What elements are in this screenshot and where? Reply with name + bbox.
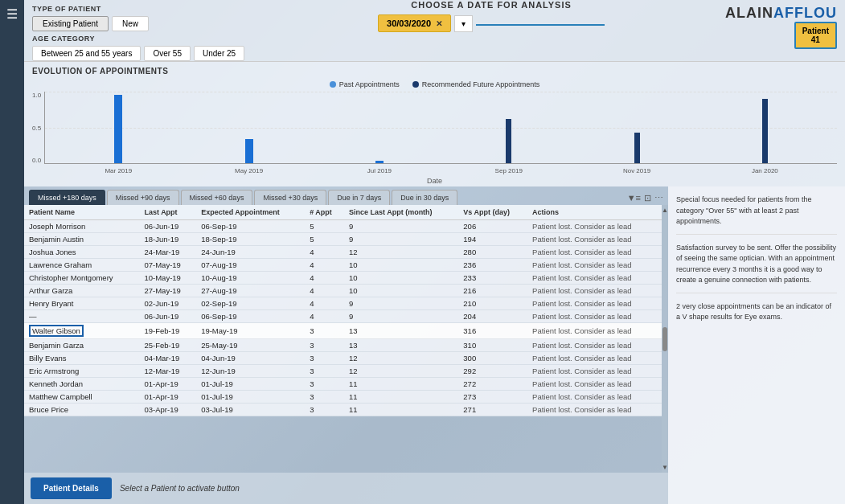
cell-value: 25-Feb-19	[139, 339, 196, 352]
cell-value: 24-Mar-19	[139, 246, 196, 259]
dropdown-arrow-icon: ▾	[461, 19, 466, 28]
cell-value: 3	[305, 378, 344, 391]
cell-value: Patient lost. Consider as lead	[527, 297, 662, 310]
cell-value: Patient lost. Consider as lead	[527, 323, 662, 339]
patient-details-row: Patient Details Select a Patient to acti…	[24, 473, 668, 504]
cell-value: 10-May-19	[139, 272, 196, 285]
cell-value: 236	[458, 259, 527, 272]
legend-recommended-label: Recommended Future Appointments	[422, 80, 540, 88]
table-row[interactable]: Lawrence Graham07-May-1907-Aug-19410236P…	[24, 259, 662, 272]
tab-missed-30[interactable]: Missed +30 days	[254, 190, 326, 205]
cell-value: 06-Jun-19	[139, 220, 196, 233]
cell-value: Patient lost. Consider as lead	[527, 233, 662, 246]
tab-due-7[interactable]: Due in 7 days	[328, 190, 390, 205]
filter-icon[interactable]: ▼≡	[627, 193, 641, 203]
scroll-down-arrow[interactable]: ▼	[662, 464, 668, 471]
age-category-section: AGE CATEGORY Between 25 and 55 years Ove…	[32, 35, 244, 61]
existing-patient-button[interactable]: Existing Patient	[32, 16, 109, 31]
logo: ALAIN AFFLOU	[725, 5, 837, 22]
date-close-icon[interactable]: ✕	[436, 19, 442, 28]
table-row[interactable]: Matthew Campbell01-Apr-1901-Jul-19311273…	[24, 391, 662, 404]
table-row[interactable]: Billy Evans04-Mar-1904-Jun-19312300Patie…	[24, 352, 662, 365]
cell-value: Patient lost. Consider as lead	[527, 246, 662, 259]
scroll-bar[interactable]: ▲ ▼	[662, 205, 668, 473]
cell-value: Patient lost. Consider as lead	[527, 259, 662, 272]
new-patient-button[interactable]: New	[112, 16, 149, 31]
table-header-row: Patient Name Last Appt Expected Appointm…	[24, 205, 662, 220]
scroll-up-arrow[interactable]: ▲	[662, 207, 668, 214]
cell-value: 3	[305, 391, 344, 404]
table-wrapper[interactable]: Patient Name Last Appt Expected Appointm…	[24, 205, 662, 473]
cell-value: 273	[458, 391, 527, 404]
cell-patient-name: —	[24, 310, 139, 323]
table-row[interactable]: Benjamin Austin18-Jun-1918-Sep-1959194Pa…	[24, 233, 662, 246]
more-icon[interactable]: ⋯	[654, 193, 663, 203]
cell-value: 27-May-19	[139, 285, 196, 297]
table-row[interactable]: Joseph Morrison06-Jun-1906-Sep-1959206Pa…	[24, 220, 662, 233]
type-of-patient-label: TYPE OF PATIENT	[32, 5, 244, 13]
date-section: CHOOSE A DATE FOR ANALYSIS 30/03/2020 ✕ …	[257, 0, 725, 32]
table-row[interactable]: Bruce Price03-Apr-1903-Jul-19311271Patie…	[24, 404, 662, 416]
tab-missed-90[interactable]: Missed +90 days	[107, 190, 179, 205]
bar-label-sep: Sep 2019	[495, 167, 523, 174]
cell-value: 12-Mar-19	[139, 365, 196, 378]
date-dropdown[interactable]: ▾	[454, 15, 473, 32]
cell-value: 13	[344, 339, 458, 352]
logo-alain-text: ALAIN	[725, 5, 773, 22]
bar-sep-dark	[506, 119, 511, 163]
table-scroll-container: Patient Name Last Appt Expected Appointm…	[24, 205, 668, 473]
age-btn-25-55[interactable]: Between 25 and 55 years	[32, 46, 141, 61]
age-btn-under25[interactable]: Under 25	[194, 46, 244, 61]
expand-icon[interactable]: ⊡	[644, 193, 651, 203]
table-row[interactable]: Benjamin Garza25-Feb-1925-May-19313310Pa…	[24, 339, 662, 352]
table-row[interactable]: Joshua Jones24-Mar-1924-Jun-19412280Pati…	[24, 246, 662, 259]
cell-value: 194	[458, 233, 527, 246]
table-row[interactable]: Arthur Garza27-May-1927-Aug-19410216Pati…	[24, 285, 662, 297]
tab-missed-60[interactable]: Missed +60 days	[181, 190, 253, 205]
cell-value: 4	[305, 246, 344, 259]
scroll-thumb[interactable]	[662, 327, 667, 351]
cell-patient-name: Kenneth Jordan	[24, 378, 139, 391]
cell-value: Patient lost. Consider as lead	[527, 339, 662, 352]
cell-value: 216	[458, 285, 527, 297]
cell-value: 316	[458, 323, 527, 339]
gridline-mid	[45, 128, 837, 129]
patient-type-buttons: Existing Patient New	[32, 16, 244, 31]
cell-value: 292	[458, 365, 527, 378]
date-chip[interactable]: 30/03/2020 ✕	[378, 14, 451, 32]
cell-value: 3	[305, 352, 344, 365]
table-row[interactable]: Eric Armstrong12-Mar-1912-Jun-19312292Pa…	[24, 365, 662, 378]
date-section-title: CHOOSE A DATE FOR ANALYSIS	[411, 0, 572, 10]
age-buttons: Between 25 and 55 years Over 55 Under 25	[32, 46, 244, 61]
sidebar: ☰	[0, 0, 24, 504]
bar-group-sep: Sep 2019	[506, 92, 511, 163]
cell-value: 5	[305, 220, 344, 233]
hamburger-icon[interactable]: ☰	[6, 8, 18, 21]
table-row[interactable]: —06-Jun-1906-Sep-1949204Patient lost. Co…	[24, 310, 662, 323]
chart-title: EVOLUTION OF APPOINTMENTS	[32, 67, 837, 76]
cell-value: 9	[344, 220, 458, 233]
note-text-3: 2 very close appointments can be an indi…	[676, 302, 831, 322]
table-row[interactable]: Walter Gibson19-Feb-1919-May-19313316Pat…	[24, 323, 662, 339]
bar-label-may: May 2019	[235, 167, 263, 174]
patient-details-button[interactable]: Patient Details	[31, 477, 112, 499]
cell-value: 10	[344, 259, 458, 272]
cell-value: 06-Sep-19	[196, 310, 305, 323]
cell-value: 3	[305, 323, 344, 339]
tab-missed-180[interactable]: Missed +180 days	[29, 190, 105, 205]
age-btn-over55[interactable]: Over 55	[144, 46, 191, 61]
table-row[interactable]: Christopher Montgomery10-May-1910-Aug-19…	[24, 272, 662, 285]
patient-badge[interactable]: Patient41	[794, 22, 837, 49]
bar-group-jan: Jan 2020	[762, 92, 768, 163]
bar-label-jan: Jan 2020	[752, 167, 778, 174]
table-row[interactable]: Henry Bryant02-Jun-1902-Sep-1949210Patie…	[24, 297, 662, 310]
side-notes-panel: Special focus needed for patients from t…	[668, 186, 845, 504]
table-row[interactable]: Kenneth Jordan01-Apr-1901-Jul-19311272Pa…	[24, 378, 662, 391]
cell-value: 4	[305, 259, 344, 272]
cell-value: 24-Jun-19	[196, 246, 305, 259]
gridline-top	[45, 92, 837, 92]
cell-patient-name: Arthur Garza	[24, 285, 139, 297]
y-label-05: 0.5	[32, 125, 41, 132]
col-last-appt: Last Appt	[139, 205, 196, 220]
tab-due-30[interactable]: Due in 30 days	[392, 190, 457, 205]
